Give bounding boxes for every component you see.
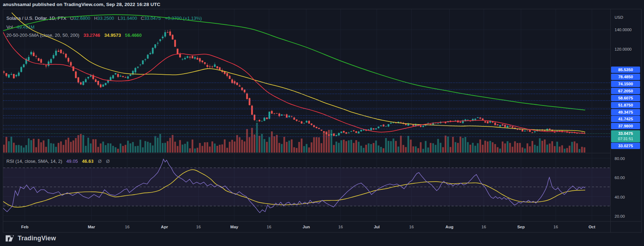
price-level-badge[interactable]: 67.2050: [611, 88, 640, 94]
symbol-legend-row[interactable]: Solana / U.S. Dollar, 1D, FTX O32.6800 H…: [6, 16, 202, 21]
low-label: L: [118, 16, 120, 21]
close-label: C: [141, 16, 144, 21]
rsi-value: 49.05: [66, 159, 78, 164]
candles-layer: [3, 29, 586, 136]
rsi-legend-row[interactable]: RSI (14, close, SMA, 14, 2) 49.05 46.63 …: [6, 159, 110, 164]
rsi-ma-value: 46.63: [82, 159, 94, 164]
time-tick-16: 16: [267, 224, 271, 230]
open-value: 32.6800: [74, 16, 90, 21]
rsi-band1-value: Ø: [98, 159, 101, 164]
time-tick-jun: Jun: [303, 224, 310, 230]
time-tick-16: 16: [196, 224, 201, 230]
time-tick-16: 16: [554, 224, 558, 230]
rsi-axis-label: 20.00: [615, 213, 641, 219]
time-tick-16: 16: [125, 224, 130, 230]
last-price-badge[interactable]: 33.047507:31:51: [611, 130, 640, 142]
time-tick-oct: Oct: [588, 224, 595, 230]
rsi-axis-label: 40.00: [615, 194, 641, 200]
time-tick-mar: Mar: [88, 224, 95, 230]
time-tick-jul: Jul: [374, 224, 380, 230]
price-level-badge[interactable]: 49.3475: [611, 109, 640, 115]
rsi-lines: [3, 159, 585, 213]
high-value: 33.2500: [97, 16, 114, 21]
open-label: O: [70, 16, 74, 21]
sma-label: 20-50-200-SMA (close, 20, 50, 200): [6, 33, 79, 38]
sma20-value: 33.2746: [84, 33, 100, 38]
low-value: 31.6400: [121, 16, 137, 21]
rsi-band: [3, 168, 610, 206]
page: anushsamal published on TradingView.com,…: [0, 0, 644, 246]
price-axis-currency: USD: [615, 15, 641, 20]
price-axis-border: [610, 9, 611, 232]
price-levels[interactable]: [3, 83, 610, 137]
time-tick-may: May: [230, 224, 238, 230]
tradingview-logo[interactable]: TradingView: [5, 234, 56, 243]
time-tick-apr: Apr: [161, 224, 168, 230]
tradingview-mark-icon: [5, 234, 15, 243]
time-tick-aug: Aug: [446, 224, 453, 230]
attribution-header: anushsamal published on TradingView.com,…: [3, 2, 160, 7]
vol-value: 49.491M: [17, 24, 35, 30]
time-tick-sep: Sep: [517, 224, 525, 230]
chart-widget-border: [3, 9, 642, 233]
symbol-title[interactable]: Solana / U.S. Dollar, 1D, FTX: [6, 16, 66, 21]
volume-layer: [3, 123, 586, 153]
price-level-badge[interactable]: 51.8750: [611, 102, 640, 108]
change-value: +0.3700 (+1.13%): [165, 16, 202, 21]
rsi-label: RSI (14, close, SMA, 14, 2): [6, 159, 62, 164]
tradingview-logo-text: TradingView: [18, 235, 56, 242]
price-level-badge[interactable]: 58.6075: [611, 95, 640, 101]
grid-layer: [3, 9, 610, 221]
price-level-badge[interactable]: 74.1500: [611, 81, 640, 87]
time-tick-16: 16: [338, 224, 343, 230]
price-level-badge[interactable]: 33.0275: [611, 143, 640, 149]
price-level-badge[interactable]: 41.7425: [611, 116, 640, 122]
time-tick-16: 16: [482, 224, 486, 230]
rsi-band2-value: Ø: [106, 159, 110, 164]
price-axis-label: 140.0000: [615, 27, 641, 33]
pane-divider[interactable]: [3, 153, 610, 153]
sma-legend-row[interactable]: 20-50-200-SMA (close, 20, 50, 200) 33.27…: [6, 33, 142, 38]
sma-lines: [3, 13, 585, 134]
vol-label: Vol: [6, 24, 13, 30]
price-level-badge[interactable]: 78.4850: [611, 74, 640, 80]
price-axis-label: 120.0000: [615, 46, 641, 52]
rsi-axis-label: 60.00: [615, 175, 641, 181]
time-tick-feb: Feb: [21, 224, 28, 230]
close-value: 33.0475: [144, 16, 161, 21]
price-level-badge[interactable]: 37.9800: [611, 123, 640, 129]
volume-legend-row[interactable]: Vol 49.491M: [6, 24, 34, 30]
price-level-badge[interactable]: 85.5350: [611, 67, 640, 73]
time-tick-16: 16: [409, 224, 414, 230]
time-axis-border: [3, 221, 641, 222]
sma50-value: 34.9573: [104, 33, 121, 38]
rsi-axis-label: 80.00: [615, 156, 641, 161]
high-label: H: [94, 16, 97, 21]
sma200-value: 56.4660: [125, 33, 142, 38]
